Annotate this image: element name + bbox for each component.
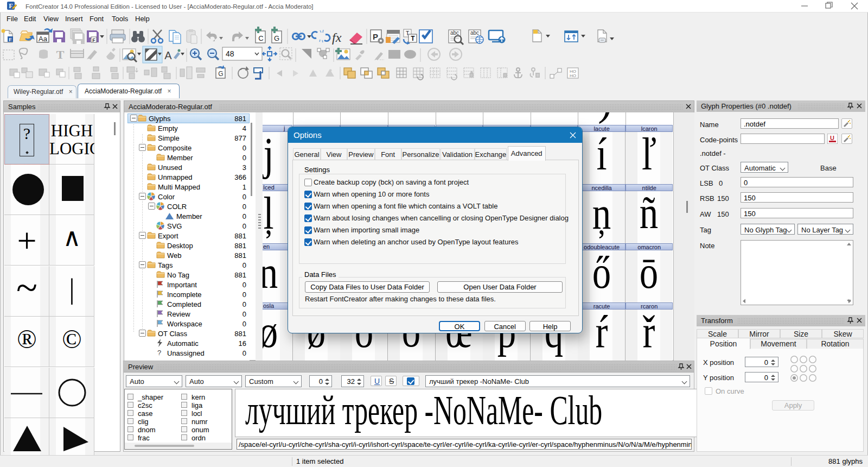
svg-text:F: F bbox=[9, 37, 12, 42]
svg-text:T: T bbox=[56, 48, 65, 61]
svg-text:C: C bbox=[258, 34, 263, 42]
svg-text:fx: fx bbox=[332, 30, 342, 45]
svg-text:G: G bbox=[274, 34, 279, 42]
svg-text:A: A bbox=[164, 49, 172, 61]
svg-text:G: G bbox=[218, 70, 223, 78]
svg-text:Aa: Aa bbox=[39, 35, 48, 43]
svg-text:U: U bbox=[830, 135, 834, 141]
svg-text:abc: abc bbox=[470, 30, 479, 36]
svg-text:abc: abc bbox=[450, 30, 459, 36]
svg-text:HO: HO bbox=[570, 73, 576, 78]
svg-text:48: 48 bbox=[226, 49, 234, 58]
svg-text:F: F bbox=[92, 37, 95, 43]
svg-text:T: T bbox=[411, 35, 415, 42]
svg-text:P: P bbox=[373, 32, 378, 41]
